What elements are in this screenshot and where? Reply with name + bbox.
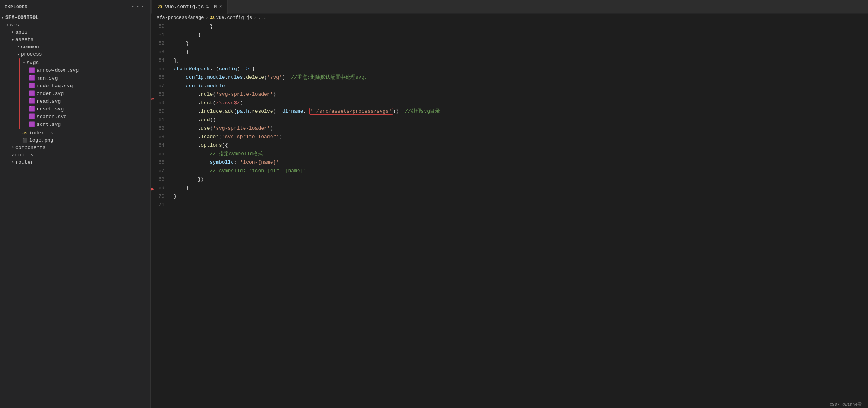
file-label-logo-png: logo.png — [28, 137, 53, 143]
js-file-icon: JS — [22, 131, 27, 135]
code-table: 50 } 51 } 52 } 53 } — [151, 22, 868, 209]
tree-item-sort-svg[interactable]: 🟪 sort.svg — [20, 120, 146, 128]
code-line-65: 65 // 指定symbolId格式 — [151, 150, 868, 158]
line-number: 58 — [151, 90, 171, 99]
folder-label-router: router — [14, 159, 34, 165]
tab-bar: JS vue.config.js 1, M × — [151, 0, 868, 14]
tree-item-assets[interactable]: ▾ assets — [0, 36, 150, 43]
line-content: .use('svg-sprite-loader') — [171, 124, 868, 133]
tree-item-arrow-down-svg[interactable]: 🟪 arrow-down.svg — [20, 66, 146, 74]
tree-item-man-svg[interactable]: 🟪 man.svg — [20, 74, 146, 82]
tree-item-read-svg[interactable]: 🟪 read.svg — [20, 97, 146, 105]
svg-file-icon: 🟪 — [29, 90, 35, 96]
code-line-61: 61 .end() — [151, 116, 868, 124]
code-line-53: 53 } — [151, 48, 868, 56]
line-content: }, — [171, 56, 868, 65]
code-area[interactable]: 50 } 51 } 52 } 53 } — [151, 22, 868, 408]
line-number: ▶ 69 — [151, 184, 171, 192]
svg-file-icon: 🟪 — [29, 121, 35, 127]
tree-item-index-js[interactable]: JS index.js — [0, 129, 150, 137]
tab-close-button[interactable]: × — [219, 3, 222, 10]
line-number: 66 — [151, 158, 171, 167]
file-label: node-tag.svg — [35, 83, 73, 89]
folder-label-components: components — [14, 145, 46, 151]
line-number: 56 — [151, 73, 171, 82]
explorer-title: EXPLORER — [5, 5, 28, 9]
tree-item-order-svg[interactable]: 🟪 order.svg — [20, 90, 146, 97]
line-content: } — [171, 48, 868, 56]
line-content: config.module — [171, 82, 868, 90]
breadcrumb-js-icon: JS — [210, 16, 215, 20]
tree-item-src[interactable]: ▾ src — [0, 21, 150, 29]
line-content: .end() — [171, 116, 868, 124]
line-content: } — [171, 22, 868, 31]
line-number: 55 — [151, 65, 171, 73]
line-content: } — [171, 192, 868, 201]
code-line-56: 56 config.module.rules.delete('svg') //重… — [151, 73, 868, 82]
line-number: 67 — [151, 167, 171, 175]
line-number: 65 — [151, 150, 171, 158]
line-content: } — [171, 31, 868, 39]
tree-root[interactable]: ▾ SFA-CONTROL — [0, 14, 150, 21]
svg-file-icon: 🟪 — [29, 113, 35, 120]
code-line-60: 60 .include.add(path.resolve(__dirname, … — [151, 107, 868, 116]
line-content: .include.add(path.resolve(__dirname, './… — [171, 107, 868, 116]
line-content — [171, 201, 868, 209]
breadcrumb: sfa-processManage › JS vue.config.js › .… — [151, 14, 868, 22]
tree-item-apis[interactable]: › apis — [0, 29, 150, 36]
tree-item-process[interactable]: ▾ process — [0, 51, 150, 58]
tree-item-common[interactable]: › common — [0, 43, 150, 51]
folder-label-assets: assets — [14, 37, 34, 42]
file-label: reset.svg — [35, 106, 64, 112]
tab-info: 1, M — [206, 4, 217, 9]
line-number: 64 — [151, 141, 171, 150]
code-line-51: 51 } — [151, 31, 868, 39]
line-content: config.module.rules.delete('svg') //重点:删… — [171, 73, 868, 82]
line-number: 59 — [151, 99, 171, 107]
img-file-icon: ⬛ — [22, 138, 28, 143]
status-label: CSDN @winne雲 — [829, 402, 862, 407]
line-number: 57 — [151, 82, 171, 90]
tree-item-models[interactable]: › models — [0, 151, 150, 159]
line-number: 68 — [151, 175, 171, 184]
file-label: arrow-down.svg — [35, 68, 79, 73]
code-line-68: 68 }) — [151, 175, 868, 184]
code-line-66: 66 symbolId: 'icon-[name]' — [151, 158, 868, 167]
folder-label-apis: apis — [14, 29, 27, 35]
root-label: SFA-CONTROL — [4, 15, 39, 20]
tree-item-svgs[interactable]: ▾ svgs — [20, 59, 146, 66]
tab-vue-config[interactable]: JS vue.config.js 1, M × — [152, 0, 228, 14]
line-content: } — [171, 184, 868, 192]
tree-item-components[interactable]: › components — [0, 144, 150, 151]
code-line-69: ▶ 69 } — [151, 184, 868, 192]
line-number: 62 — [151, 124, 171, 133]
tab-js-icon: JS — [157, 4, 162, 9]
line-content: } — [171, 39, 868, 48]
tree-item-node-tag-svg[interactable]: 🟪 node-tag.svg — [20, 82, 146, 90]
file-label-index-js: index.js — [27, 130, 53, 136]
line-content: .rule('svg-sprite-loader') — [171, 90, 868, 99]
folder-label-models: models — [14, 152, 34, 158]
tree-item-router[interactable]: › router — [0, 159, 150, 166]
line-number: 71 — [151, 201, 171, 209]
folder-label-svgs: svgs — [25, 60, 39, 66]
code-line-71: 71 — [151, 201, 868, 209]
code-line-55: 55 chainWebpack: (config) => { — [151, 65, 868, 73]
file-label: read.svg — [35, 98, 61, 104]
line-content: // 指定symbolId格式 — [171, 150, 868, 158]
file-label: man.svg — [35, 75, 58, 81]
file-label: search.svg — [35, 114, 67, 120]
sidebar-more-button[interactable]: ··· — [131, 3, 146, 11]
tree-item-logo-png[interactable]: ⬛ logo.png — [0, 137, 150, 144]
line-content: .options({ — [171, 141, 868, 150]
svgs-highlighted-box: ▾ svgs 🟪 arrow-down.svg 🟪 man.svg 🟪 node… — [19, 58, 146, 129]
line-number: 52 — [151, 39, 171, 48]
code-line-64: 64 .options({ — [151, 141, 868, 150]
tree-item-reset-svg[interactable]: 🟪 reset.svg — [20, 105, 146, 113]
code-line-50: 50 } — [151, 22, 868, 31]
sidebar-header: EXPLORER ··· — [0, 0, 150, 14]
tree-item-search-svg[interactable]: 🟪 search.svg — [20, 113, 146, 120]
breadcrumb-sep-1: › — [205, 15, 208, 20]
file-label: order.svg — [35, 91, 64, 96]
line-number: 51 — [151, 31, 171, 39]
